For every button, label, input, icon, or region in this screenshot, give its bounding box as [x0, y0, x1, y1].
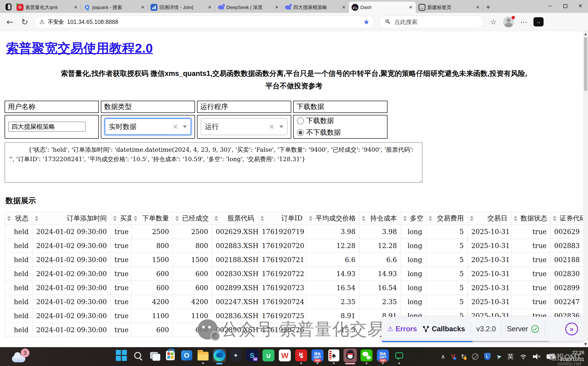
battery-charging-icon[interactable]: ↯ — [547, 354, 555, 359]
task-view-icon[interactable] — [147, 349, 161, 362]
tab-close-icon[interactable]: ✕ — [140, 4, 146, 11]
sort-icon[interactable] — [429, 216, 432, 221]
column-header-平均成交价格[interactable]: 平均成交价格 — [306, 212, 359, 225]
chevron-down-icon[interactable] — [279, 126, 283, 128]
sort-icon[interactable] — [260, 216, 264, 221]
radio-circle[interactable] — [297, 117, 304, 124]
wifi-icon[interactable] — [519, 354, 527, 359]
column-header-已经成交[interactable]: 已经成交 — [173, 212, 212, 225]
qmt-vip-icon[interactable]: 国金QMTVIP — [311, 349, 324, 362]
refresh-button[interactable]: ↻ — [19, 17, 30, 27]
location-arrow-icon[interactable]: ➤ — [495, 352, 502, 361]
radio-no-download[interactable]: 不下载数据 — [297, 128, 341, 137]
wechat-icon[interactable] — [360, 349, 373, 362]
username-input[interactable] — [8, 122, 86, 132]
tab-close-icon[interactable]: ✕ — [407, 4, 414, 11]
page-scrollbar[interactable]: ▲ ▼ — [583, 31, 588, 347]
column-header-订单添加时间[interactable]: 订单添加时间 — [32, 212, 111, 225]
thunder-icon[interactable]: ↯ — [294, 349, 308, 362]
sort-icon[interactable] — [175, 216, 179, 221]
close-button[interactable]: ✕ — [573, 0, 588, 12]
maximize-button[interactable] — [558, 0, 573, 12]
profile-button[interactable] — [503, 16, 514, 27]
shield-icon[interactable]: L — [484, 353, 491, 360]
tab-actions-icon[interactable] — [3, 2, 14, 12]
outlook-icon[interactable]: O — [180, 349, 193, 362]
solitaire-icon[interactable]: ♠ — [327, 349, 341, 362]
taskbar-clock[interactable]: 22:26 2025/10/31 — [560, 349, 584, 363]
browser-tab-joquant - 搜索[interactable]: Qjoquant - 搜索✕ — [81, 2, 148, 13]
sort-icon[interactable] — [214, 216, 218, 221]
run-dropdown[interactable]: 运行 ✕ — [201, 118, 287, 135]
sort-icon[interactable] — [309, 216, 312, 221]
tray-app-v-icon[interactable]: V — [451, 353, 455, 360]
file-explorer-icon[interactable] — [196, 349, 210, 362]
insecure-warning-icon[interactable]: ⚠ — [39, 18, 45, 25]
game-icon[interactable]: ✦ — [229, 349, 242, 362]
sort-icon[interactable] — [134, 216, 137, 221]
browser-tab-DeepSeek | 深度[interactable]: DeepSeek | 深度✕ — [215, 2, 282, 13]
column-header-下单数量[interactable]: 下单数量 — [131, 212, 173, 225]
wps-icon[interactable]: W — [278, 349, 292, 362]
tab-close-icon[interactable]: ✕ — [475, 4, 481, 11]
datatype-dropdown[interactable]: 实时数据 ✕ — [104, 118, 191, 135]
url-text[interactable]: 101.34.65.108:8888 — [67, 19, 118, 25]
browser-menu-icon[interactable]: ⋯ — [518, 18, 529, 26]
column-header-买卖[interactable]: 买卖 — [111, 212, 131, 225]
sort-icon[interactable] — [7, 216, 11, 221]
search-box[interactable]: 🔍︎ 点此搜索 — [379, 16, 484, 28]
favorites-hub-icon[interactable]: ☆ — [488, 18, 499, 26]
callbacks-button[interactable]: Callbacks — [422, 325, 465, 333]
column-header-持仓成本[interactable]: 持仓成本 — [359, 212, 401, 225]
green-chat-icon[interactable] — [393, 349, 406, 362]
sort-icon[interactable] — [470, 216, 474, 221]
scrollbar-thumb[interactable] — [584, 37, 587, 91]
column-header-证券代码[interactable]: 证券代码 — [550, 212, 584, 225]
store-icon[interactable] — [164, 349, 177, 362]
tab-close-icon[interactable]: ✕ — [341, 4, 347, 11]
column-header-数据状态[interactable]: 数据状态 — [511, 212, 550, 225]
sort-icon[interactable] — [113, 216, 117, 221]
start-icon[interactable] — [115, 349, 128, 362]
ai-assistant-icon[interactable]: SAI — [246, 349, 259, 362]
errors-button[interactable]: ⚠Errors — [388, 325, 417, 333]
new-tab-button[interactable]: + — [483, 2, 493, 12]
scroll-down-icon[interactable]: ▼ — [583, 342, 588, 347]
column-header-多空[interactable]: 多空 — [401, 212, 426, 225]
qq-icon[interactable] — [343, 349, 357, 362]
search-icon[interactable] — [131, 349, 144, 362]
address-bar[interactable]: ⚠ 不安全 101.34.65.108:8888 ★ — [34, 16, 375, 28]
tab-close-icon[interactable]: ✕ — [207, 4, 213, 11]
order-output-textarea[interactable]: {'状态': 'held', '订单添加时间': 'datetime.datet… — [5, 142, 422, 183]
edge-icon[interactable] — [213, 349, 226, 362]
qmt-vip-2-icon[interactable]: 国金QMTVIP — [376, 349, 389, 362]
collapse-debug-icon[interactable]: » — [565, 322, 578, 336]
sort-icon[interactable] — [362, 216, 365, 221]
back-button[interactable]: ← — [5, 17, 15, 27]
browser-tab-四大搅屎棍策略[interactable]: 四大搅屎棍策略✕ — [282, 2, 349, 13]
chevron-down-icon[interactable] — [183, 126, 187, 128]
input-method-indicator[interactable]: 英 — [508, 352, 514, 361]
bookmark-star-icon[interactable]: ★ — [363, 18, 370, 26]
app-bag-icon[interactable]: ∪ — [262, 349, 275, 362]
column-header-状态[interactable]: 状态 — [5, 212, 32, 225]
tutorial-link[interactable]: 索普聚宽交易使用教程2.0 — [6, 41, 153, 55]
sort-icon[interactable] — [403, 216, 407, 221]
clear-icon[interactable]: ✕ — [269, 123, 275, 131]
tab-close-icon[interactable]: ✕ — [273, 4, 280, 11]
clear-icon[interactable]: ✕ — [172, 123, 178, 131]
sort-icon[interactable] — [514, 216, 517, 221]
browser-tab-Dash[interactable]: Dash✕ — [349, 2, 416, 13]
minimize-button[interactable]: ─ — [542, 0, 558, 12]
sort-icon[interactable] — [553, 216, 556, 221]
weather-widget[interactable]: 3 — [12, 350, 28, 364]
scroll-up-icon[interactable]: ▲ — [583, 31, 588, 37]
column-header-股票代码[interactable]: 股票代码 — [212, 212, 258, 225]
sidebar-toggle-icon[interactable]: → — [533, 17, 544, 26]
column-header-交易费用[interactable]: 交易费用 — [426, 212, 468, 225]
column-header-交易日[interactable]: 交易日 — [468, 212, 511, 225]
browser-tab-索普量化大qmt[interactable]: G索普量化大qmt✕ — [14, 2, 81, 13]
sort-icon[interactable] — [35, 216, 39, 221]
tab-close-icon[interactable]: ✕ — [72, 4, 79, 11]
tray-chevron-up-icon[interactable]: ∧ — [441, 353, 445, 360]
